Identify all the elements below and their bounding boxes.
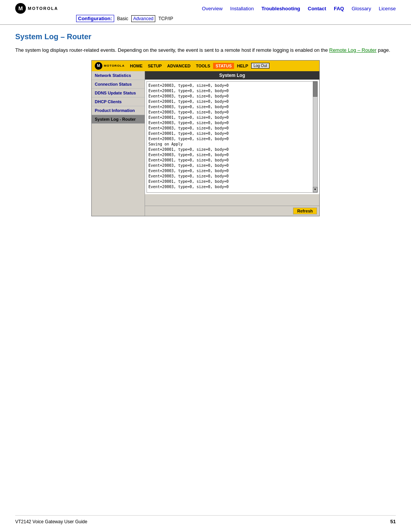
log-line: Saving on Apply	[148, 142, 316, 147]
nav-license[interactable]: License	[379, 6, 396, 11]
log-line: Event=20003, type=0, size=0, body=0	[148, 168, 316, 174]
config-basic[interactable]: Basic	[117, 16, 128, 21]
nav-links: Overview Installation Troubleshooting Co…	[70, 6, 396, 11]
router-log-content: Event=20003, type=0, size=0, body=0Event…	[148, 83, 316, 190]
config-tcpip[interactable]: TCP/IP	[158, 16, 173, 21]
log-line: Event=20003, type=0, size=0, body=0	[148, 120, 316, 126]
log-line: Event=20001, type=0, size=0, body=0	[148, 179, 316, 184]
nav-overview[interactable]: Overview	[202, 6, 223, 11]
sidebar-item-system-log-router[interactable]: System Log - Router	[92, 115, 145, 124]
log-line: Event=20003, type=0, size=0, body=0	[148, 94, 316, 99]
page-footer: VT2142 Voice Gateway User Guide 51	[15, 515, 396, 524]
log-line: Event=20003, type=0, size=0, body=0	[148, 174, 316, 179]
scrollbar-thumb[interactable]	[313, 81, 317, 97]
sidebar-item-connection-status[interactable]: Connection Status	[92, 80, 145, 89]
desc-text-1: The system log displays router-related e…	[15, 47, 329, 53]
log-line: Event=20003, type=0, size=0, body=0	[148, 136, 316, 142]
log-line: Event=20001, type=0, size=0, body=0	[148, 115, 316, 120]
nav-troubleshooting[interactable]: Troubleshooting	[261, 6, 300, 11]
router-main: System Log Event=20003, type=0, size=0, …	[145, 71, 319, 216]
log-line: Event=20003, type=0, size=0, body=0	[148, 110, 316, 115]
refresh-button[interactable]: Refresh	[293, 208, 317, 214]
router-sidebar: Network Statistics Connection Status DDN…	[92, 71, 145, 216]
top-navigation: M MOTOROLA Overview Installation Trouble…	[0, 0, 411, 25]
log-line: Event=20003, type=0, size=0, body=0	[148, 152, 316, 158]
page-content: System Log – Router The system log displ…	[0, 25, 411, 232]
sidebar-item-network-statistics[interactable]: Network Statistics	[92, 71, 145, 80]
router-body: Network Statistics Connection Status DDN…	[92, 71, 319, 216]
router-brand: MOTOROLA	[104, 64, 125, 67]
router-topbar: M MOTOROLA HOME SETUP ADVANCED TOOLS STA…	[92, 61, 319, 71]
brand-name: MOTOROLA	[28, 6, 58, 11]
nav-faq[interactable]: FAQ	[334, 6, 344, 11]
motorola-m-icon: M	[15, 3, 26, 14]
router-log-area: Event=20003, type=0, size=0, body=0Event…	[147, 81, 318, 193]
nav-glossary[interactable]: Glossary	[352, 6, 371, 11]
log-line: Event=20001, type=0, size=0, body=0	[148, 88, 316, 94]
log-line: Event=20003, type=0, size=0, body=0	[148, 104, 316, 110]
motorola-logo: M MOTOROLA	[15, 3, 58, 14]
log-line: Event=20003, type=0, size=0, body=0	[148, 163, 316, 168]
router-m-icon: M	[95, 62, 102, 70]
footer-page-number: 51	[390, 519, 396, 524]
page-title: System Log – Router	[15, 32, 396, 41]
scrollbar-arrow-down[interactable]: ▼	[313, 187, 317, 192]
log-line: Event=20003, type=0, size=0, body=0	[148, 184, 316, 190]
router-nav-status[interactable]: STATUS	[213, 63, 234, 69]
router-nav-tools[interactable]: TOOLS	[194, 63, 213, 69]
config-advanced[interactable]: Advanced	[131, 15, 155, 22]
router-nav-setup[interactable]: SETUP	[146, 63, 164, 69]
log-line: Event=20001, type=0, size=0, body=0	[148, 131, 316, 136]
sidebar-item-product-information[interactable]: Product Information	[92, 106, 145, 115]
nav-installation[interactable]: Installation	[230, 6, 254, 11]
sidebar-item-dhcp-clients[interactable]: DHCP Clients	[92, 97, 145, 106]
router-nav-advanced[interactable]: ADVANCED	[165, 63, 193, 69]
log-line: Event=20001, type=0, size=0, body=0	[148, 99, 316, 104]
remote-log-link[interactable]: Remote Log – Router	[329, 47, 376, 53]
nav-contact[interactable]: Contact	[308, 6, 326, 11]
log-line: Event=20003, type=0, size=0, body=0	[148, 83, 316, 88]
router-nav-help[interactable]: HELP	[235, 63, 250, 69]
desc-text-2: page.	[376, 47, 390, 53]
router-main-header: System Log	[145, 71, 319, 80]
router-footer: Refresh	[145, 206, 319, 216]
sidebar-item-ddns-update-status[interactable]: DDNS Update Status	[92, 89, 145, 97]
router-nav-home[interactable]: HOME	[128, 63, 145, 69]
config-label: Configuration:	[76, 15, 114, 22]
log-line: Event=20003, type=0, size=0, body=0	[148, 126, 316, 131]
router-logout-button[interactable]: Log Out	[251, 63, 269, 69]
router-ui-embed: M MOTOROLA HOME SETUP ADVANCED TOOLS STA…	[91, 60, 320, 216]
router-logo: M MOTOROLA	[95, 62, 125, 70]
page-description: The system log displays router-related e…	[15, 46, 396, 54]
scrollbar-track[interactable]: ▼	[313, 81, 317, 192]
log-line: Event=20001, type=0, size=0, body=0	[148, 158, 316, 163]
router-nav: HOME SETUP ADVANCED TOOLS STATUS HELP Lo…	[128, 63, 316, 69]
footer-left: VT2142 Voice Gateway User Guide	[15, 519, 87, 524]
log-line: Event=20001, type=0, size=0, body=0	[148, 147, 316, 152]
